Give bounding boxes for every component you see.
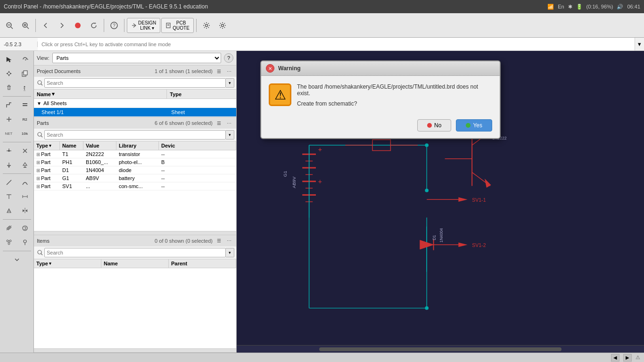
svg-marker-51: [25, 209, 27, 212]
info-tool-button[interactable]: [17, 81, 33, 94]
items-more-btn[interactable]: ⋯: [225, 237, 233, 245]
line-tool-button[interactable]: [1, 176, 17, 189]
arc-tool-button[interactable]: [17, 176, 33, 189]
col-name: Name ▾: [34, 90, 167, 99]
grid-tool-button[interactable]: [1, 222, 17, 235]
parts-scrollbar[interactable]: [34, 231, 236, 235]
delete-tool-button[interactable]: [1, 81, 17, 94]
rotate-tool-button[interactable]: [17, 53, 33, 66]
table-row[interactable]: ⊞ Part SV1 ... con-smc... --: [34, 182, 236, 190]
dialog-message: The board /home/shakankery/EAGLE/project…: [297, 83, 492, 97]
svg-line-60: [8, 242, 8, 243]
table-row[interactable]: ⊞ Part PH1 B1060_... photo-el... B: [34, 158, 236, 166]
power-button[interactable]: [17, 158, 33, 172]
table-row[interactable]: ⊞ Part D1 1N4004 diode --: [34, 166, 236, 174]
panel-help-button[interactable]: ?: [224, 53, 233, 63]
svg-line-65: [41, 84, 42, 85]
battery-info: (0:16, 96%): [586, 4, 613, 9]
separator-2: [104, 19, 104, 32]
status-back-button[interactable]: ◀: [611, 354, 619, 362]
zoom-in-button[interactable]: [18, 18, 33, 33]
svg-line-41: [7, 180, 11, 185]
no-button-icon: [427, 123, 432, 128]
stop-button[interactable]: [70, 18, 85, 33]
table-row[interactable]: ⊞ Part T1 2N2222 transistor --: [34, 150, 236, 158]
part-device-cell: --: [159, 166, 236, 174]
ground-button[interactable]: [1, 158, 17, 172]
svg-marker-20: [10, 73, 12, 74]
text-tool-button[interactable]: [1, 190, 17, 203]
help-button[interactable]: ?: [107, 18, 122, 33]
project-docs-search-input[interactable]: [44, 78, 226, 88]
items-list-btn[interactable]: ☰: [215, 237, 223, 245]
parts-search-input[interactable]: [44, 130, 226, 140]
settings1-button[interactable]: [199, 18, 214, 33]
project-docs-more-btn[interactable]: ⋯: [225, 67, 233, 75]
col-type-header: Type ▾: [34, 141, 60, 150]
pcb-quote-button[interactable]: PCB QUOTE: [161, 18, 194, 33]
mirror-button[interactable]: [17, 204, 33, 217]
part-value-cell: AB9V: [83, 174, 116, 182]
tree-row-name-selected: Sheet 1/1: [34, 108, 168, 116]
forward-button[interactable]: [54, 18, 69, 33]
svg-point-62: [24, 240, 26, 243]
svg-marker-38: [23, 163, 27, 165]
no-button[interactable]: No: [417, 119, 451, 132]
wire-tool-button[interactable]: [1, 99, 17, 112]
dialog-titlebar: ✕ Warning: [261, 61, 500, 76]
svg-point-24: [24, 86, 25, 88]
dimension-tool-button[interactable]: [17, 190, 33, 203]
part-icon: ⊞: [36, 176, 40, 181]
reload-button[interactable]: [86, 18, 101, 33]
select-tool-button[interactable]: [1, 53, 17, 66]
project-documents-count: 1 of 1 shown (1 selected): [155, 68, 213, 74]
project-docs-search-dropdown[interactable]: ▾: [226, 78, 234, 88]
label-r2-button[interactable]: R2: [17, 113, 33, 126]
tree-row[interactable]: ▼ All Sheets: [34, 99, 236, 108]
yes-button[interactable]: Yes: [456, 119, 492, 132]
smash-tool-button[interactable]: [1, 204, 17, 217]
dialog-close-button[interactable]: ✕: [266, 64, 274, 73]
parts-search-dropdown[interactable]: ▾: [226, 130, 234, 140]
status-forward-button[interactable]: ▶: [623, 354, 632, 362]
settings2-button[interactable]: [215, 18, 230, 33]
add-part-button[interactable]: [1, 113, 17, 126]
parts-header: Parts 6 of 6 shown (0 selected) ☰ ⋯: [34, 117, 236, 129]
parts-list-btn[interactable]: ☰: [215, 119, 223, 127]
items-search-dropdown[interactable]: ▾: [226, 248, 234, 257]
erc-button[interactable]: [17, 236, 33, 249]
tree-row-name: ▼ All Sheets: [34, 99, 167, 107]
svg-marker-19: [6, 73, 8, 74]
clock: 06:41: [627, 4, 640, 9]
zoom-out-button[interactable]: [2, 18, 17, 33]
ratsnest-button[interactable]: [1, 236, 17, 249]
command-input[interactable]: [38, 38, 635, 50]
items-search-input[interactable]: [44, 248, 226, 257]
toolbar-sep-3: [3, 173, 31, 174]
back-button[interactable]: [38, 18, 53, 33]
no-connect-button[interactable]: [17, 144, 33, 157]
parts-more-btn[interactable]: ⋯: [225, 119, 233, 127]
items-search-bar: ▾: [34, 247, 236, 259]
items-header: Items 0 of 0 shown (0 selected) ☰ ⋯: [34, 235, 236, 247]
svg-line-67: [41, 136, 42, 137]
value-button[interactable]: 10k: [17, 127, 33, 140]
view-select[interactable]: Parts: [52, 53, 221, 63]
move-tool-button[interactable]: [1, 67, 17, 80]
bus-tool-button[interactable]: [17, 99, 33, 112]
expand-panel-button[interactable]: [9, 253, 25, 266]
junction-tool-button[interactable]: [1, 144, 17, 157]
design-link-button[interactable]: DESIGN LINK ▾: [127, 18, 160, 33]
net-button[interactable]: NET: [1, 127, 17, 140]
command-dropdown-button[interactable]: ▾: [635, 38, 644, 50]
copy-tool-button[interactable]: [17, 67, 33, 80]
yes-button-icon: [466, 123, 471, 128]
project-docs-list-btn[interactable]: ☰: [215, 67, 223, 75]
items-scrollbar[interactable]: [34, 348, 236, 352]
tree-row[interactable]: Sheet 1/1 Sheet: [34, 108, 236, 117]
dialog-text: The board /home/shakankery/EAGLE/project…: [297, 83, 492, 107]
table-row[interactable]: ⊞ Part G1 AB9V battery --: [34, 174, 236, 182]
schematic-canvas-area[interactable]: + + G1 AB9V: [237, 51, 644, 353]
drc-button[interactable]: [17, 222, 33, 235]
project-docs-search-icon: [36, 79, 44, 87]
